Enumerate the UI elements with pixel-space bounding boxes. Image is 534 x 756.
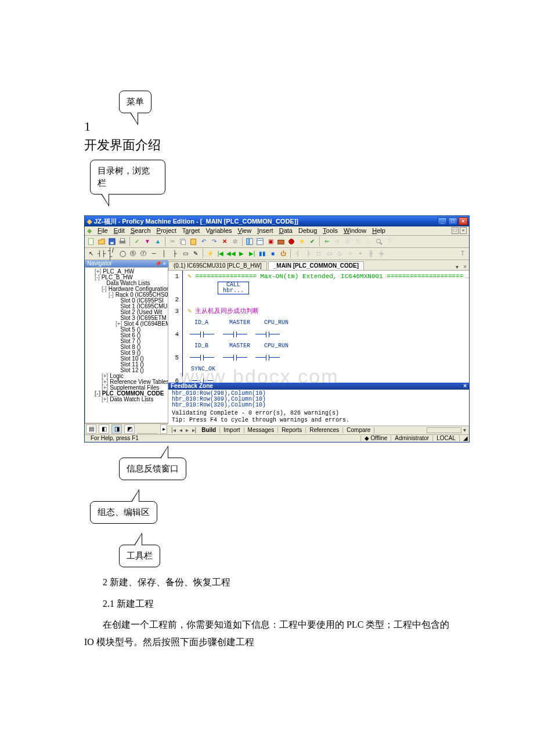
- toggle7-icon[interactable]: +: [356, 249, 365, 258]
- maximize-button[interactable]: □: [448, 217, 457, 225]
- toolchest-icon[interactable]: [276, 237, 286, 246]
- redo-icon[interactable]: ↷: [210, 237, 219, 246]
- toggle6-icon[interactable]: ○: [345, 249, 355, 258]
- contact-sync[interactable]: [187, 378, 217, 383]
- contact-no-icon[interactable]: ┤├: [97, 249, 106, 258]
- call-block[interactable]: CALL hbr...: [218, 282, 249, 294]
- vwire-icon[interactable]: │: [160, 249, 169, 258]
- minimize-button[interactable]: _: [438, 217, 447, 225]
- pointer-icon[interactable]: ↖: [86, 249, 96, 258]
- nav-tab-3[interactable]: ◨: [111, 424, 122, 434]
- contact-nc-icon[interactable]: ┤/├: [107, 249, 117, 258]
- refresh-icon[interactable]: ↻: [353, 237, 363, 246]
- menu-project[interactable]: Project: [157, 228, 176, 234]
- contact-cpurun-a[interactable]: [253, 332, 282, 338]
- go-start-icon[interactable]: |◀: [216, 249, 225, 258]
- inspector-icon[interactable]: [255, 237, 265, 246]
- delete-icon[interactable]: ✕: [220, 237, 229, 246]
- close-button[interactable]: ×: [459, 217, 468, 225]
- companion-icon[interactable]: [287, 237, 296, 246]
- step-icon[interactable]: ▶|: [247, 249, 257, 258]
- find-icon[interactable]: [374, 237, 384, 246]
- menu-target[interactable]: Target: [182, 228, 200, 234]
- menu-insert[interactable]: Insert: [257, 228, 273, 234]
- fb-scroll-down-icon[interactable]: ▾: [461, 427, 468, 433]
- toggle5-icon[interactable]: ◇: [335, 249, 344, 258]
- nav-back-icon[interactable]: ⇐: [322, 237, 331, 246]
- status-resize-icon[interactable]: ◢: [459, 435, 467, 441]
- mdi-restore-button[interactable]: □: [452, 227, 459, 234]
- save-icon[interactable]: [107, 237, 117, 246]
- stop-icon[interactable]: ■: [268, 249, 277, 258]
- nav-tab-1[interactable]: ▤: [86, 424, 96, 434]
- comment-icon[interactable]: ✎: [191, 249, 200, 258]
- nav-fwd-icon[interactable]: ⇒: [333, 237, 342, 246]
- navigator-icon[interactable]: [245, 237, 254, 246]
- menu-file[interactable]: File: [98, 228, 108, 234]
- datawatch-icon[interactable]: ✔: [308, 237, 317, 246]
- toggle8-icon[interactable]: ╫: [366, 249, 376, 258]
- cancel-icon[interactable]: ⊘: [230, 237, 240, 246]
- stop-nav-icon[interactable]: ⊘: [343, 237, 352, 246]
- paste-icon[interactable]: [189, 237, 198, 246]
- ladder-canvas[interactable]: 1 ✎ ================ Max-ON(tm) Extended…: [168, 271, 469, 383]
- fb-nav-prev-icon[interactable]: ◂: [178, 427, 184, 433]
- fb-tab-reports[interactable]: Reports: [278, 427, 306, 433]
- contact-idb[interactable]: [187, 355, 217, 361]
- upload-icon[interactable]: ▲: [153, 237, 163, 246]
- power-icon[interactable]: ⏻: [279, 249, 288, 258]
- tab-main[interactable]: _MAIN [PLC_COMMON_CODE]: [268, 261, 364, 270]
- menu-variables[interactable]: Variables: [205, 228, 232, 234]
- branch-icon[interactable]: ├: [170, 249, 179, 258]
- menu-tools[interactable]: Tools: [323, 228, 338, 234]
- nav-tab-2[interactable]: ◧: [99, 424, 109, 434]
- menu-debug[interactable]: Debug: [298, 228, 317, 234]
- fb-hscroll[interactable]: [427, 427, 461, 433]
- open-icon[interactable]: [97, 237, 106, 246]
- toggle1-icon[interactable]: ┤: [293, 249, 302, 258]
- contact-master-b[interactable]: [221, 355, 250, 361]
- menu-search[interactable]: Search: [131, 228, 151, 234]
- fb-nav-last-icon[interactable]: ▸|: [190, 427, 199, 433]
- download-icon[interactable]: ▼: [143, 237, 152, 246]
- contact-cpurun-b[interactable]: [253, 355, 282, 361]
- toggle4-icon[interactable]: ▭: [324, 249, 334, 258]
- toggle3-icon[interactable]: □: [314, 249, 323, 258]
- fb-tab-references[interactable]: References: [306, 427, 343, 433]
- tab-hardware[interactable]: (0.1) IC695CMU310 [PLC_B_HW]: [168, 261, 267, 270]
- contact-master-a[interactable]: [221, 332, 250, 338]
- undo-icon[interactable]: ↶: [199, 237, 208, 246]
- validate-icon[interactable]: ✓: [132, 237, 142, 246]
- new-icon[interactable]: [86, 237, 96, 246]
- menu-help[interactable]: Help: [372, 228, 385, 234]
- menu-window[interactable]: Window: [344, 228, 366, 234]
- menu-data[interactable]: Data: [279, 228, 293, 234]
- fb-tab-messages[interactable]: Messages: [244, 427, 279, 433]
- fb-nav-first-icon[interactable]: |◂: [169, 427, 178, 433]
- cut-icon[interactable]: ✂: [168, 237, 177, 246]
- toggle2-icon[interactable]: ├: [304, 249, 313, 258]
- mdi-close-button[interactable]: ×: [460, 227, 467, 234]
- print-icon[interactable]: [118, 237, 127, 246]
- toggle9-icon[interactable]: ╪: [377, 249, 386, 258]
- navigator-pin-icon[interactable]: 📌 ×: [155, 261, 166, 267]
- coil-r-icon[interactable]: ⓡ: [139, 249, 148, 258]
- copy-icon[interactable]: [178, 237, 187, 246]
- tab-close-icon[interactable]: ×: [461, 264, 469, 270]
- text-mode-icon[interactable]: T: [458, 249, 467, 258]
- block-icon[interactable]: ▭: [181, 249, 190, 258]
- tree-node[interactable]: [+] Data Watch Lists: [86, 397, 167, 402]
- hwire-icon[interactable]: ─: [149, 249, 158, 258]
- tree-node[interactable]: Slot 12 (): [86, 368, 167, 373]
- contact-ida[interactable]: [187, 332, 217, 338]
- run-icon[interactable]: ⚡: [205, 249, 215, 258]
- menu-edit[interactable]: Edit: [114, 228, 125, 234]
- fb-nav-next-icon[interactable]: ▸: [184, 427, 190, 433]
- fb-tab-import[interactable]: Import: [220, 427, 244, 433]
- menu-view[interactable]: View: [238, 228, 252, 234]
- fb-tab-build[interactable]: Build: [198, 427, 220, 433]
- coil-s-icon[interactable]: ⓢ: [128, 249, 138, 258]
- home-icon[interactable]: ⌂: [364, 237, 373, 246]
- step-back-icon[interactable]: ◀◀: [226, 249, 236, 258]
- play-icon[interactable]: ▶: [237, 249, 246, 258]
